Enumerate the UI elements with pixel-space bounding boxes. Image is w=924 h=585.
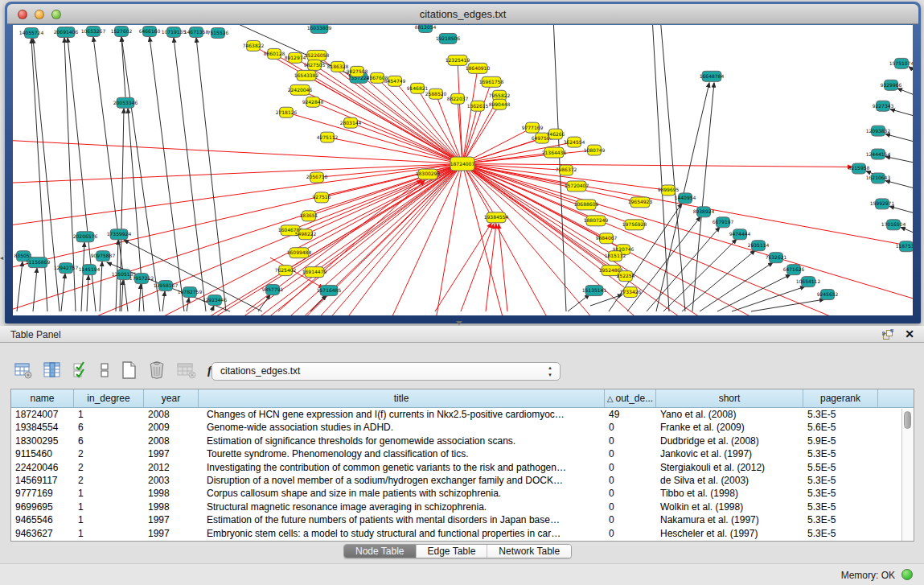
- graph-node[interactable]: 1080749: [584, 145, 606, 155]
- graph-node[interactable]: 15226058: [305, 50, 330, 60]
- graph-node[interactable]: 9899695: [658, 185, 680, 196]
- split-pane-handle[interactable]: [456, 321, 462, 325]
- column-header-short[interactable]: short: [656, 389, 803, 408]
- table-row[interactable]: 911546021997Tourette syndrome. Phenomeno…: [11, 447, 914, 460]
- graph-node[interactable]: 4275112: [317, 132, 339, 142]
- graph-node[interactable]: 8454749: [384, 76, 406, 86]
- graph-node[interactable]: 8186328: [327, 61, 349, 72]
- graph-node[interactable]: 7515526: [207, 27, 229, 38]
- graph-node[interactable]: 16210643: [866, 173, 891, 183]
- close-panel-icon[interactable]: ✕: [905, 328, 914, 340]
- row-checks-icon[interactable]: [72, 361, 88, 379]
- graph-node[interactable]: 15135141: [582, 286, 607, 296]
- tab-edge-table[interactable]: Edge Table: [417, 545, 488, 558]
- graph-node[interactable]: 1527602: [111, 26, 133, 36]
- graph-node[interactable]: 19384554: [484, 212, 509, 223]
- graph-node[interactable]: 90975887: [91, 251, 116, 262]
- graph-node[interactable]: 10654112: [796, 277, 821, 287]
- graph-node[interactable]: 11156869: [26, 257, 51, 268]
- graph-node[interactable]: 9242848: [302, 97, 324, 107]
- graph-node[interactable]: 17957222: [129, 274, 154, 284]
- graph-node[interactable]: 12942757: [54, 263, 79, 274]
- graph-node[interactable]: 9245652: [817, 290, 839, 300]
- select-column-icon[interactable]: [43, 361, 61, 379]
- table-row[interactable]: 1830029562008Estimation of significance …: [11, 435, 914, 447]
- graph-node[interactable]: 1440954: [675, 193, 696, 204]
- graph-node[interactable]: 2056710: [306, 172, 328, 183]
- table-row[interactable]: 2242004622012Investigating the contribut…: [11, 461, 914, 474]
- graph-node[interactable]: 8990448: [489, 99, 511, 109]
- graph-node[interactable]: 6471626: [783, 265, 805, 275]
- network-window-titlebar[interactable]: citations_edges.txt: [7, 4, 918, 24]
- tab-node-table[interactable]: Node Table: [344, 545, 417, 558]
- graph-node[interactable]: 1187533: [896, 241, 913, 252]
- graph-node[interactable]: 252254: [617, 271, 635, 282]
- table-row[interactable]: 946362711997Embryonic stem cells: a mode…: [11, 527, 914, 540]
- graph-node[interactable]: 746266: [547, 129, 565, 139]
- delete-icon[interactable]: [148, 360, 166, 380]
- graph-node[interactable]: 16782759: [178, 287, 203, 298]
- graph-node[interactable]: 20206576: [73, 232, 98, 242]
- graph-node[interactable]: 18300295: [416, 169, 441, 179]
- graph-node[interactable]: 16914479: [302, 267, 327, 278]
- graph-node[interactable]: 15992971: [870, 199, 895, 209]
- graph-node[interactable]: 8938924: [693, 207, 715, 217]
- column-header-pagerank[interactable]: pagerank: [803, 389, 878, 408]
- float-panel-icon[interactable]: [882, 329, 893, 340]
- graph-node[interactable]: 12923446: [203, 295, 228, 306]
- graph-node[interactable]: 19218506: [436, 33, 461, 43]
- graph-node[interactable]: 927516: [313, 192, 331, 203]
- graph-node[interactable]: 18640910: [466, 63, 491, 73]
- graph-node[interactable]: 6466160: [139, 26, 161, 36]
- graph-node[interactable]: 15716485: [317, 286, 342, 296]
- graph-node[interactable]: 2588520: [425, 89, 447, 99]
- column-header-out_de[interactable]: △out_de...: [605, 389, 656, 408]
- scrollbar-thumb[interactable]: [904, 411, 911, 429]
- table-row[interactable]: 1872400712008Changes of HCN gene express…: [11, 408, 914, 421]
- table-settings-icon[interactable]: [14, 361, 32, 379]
- graph-node[interactable]: 18807249: [584, 216, 609, 226]
- table-source-select[interactable]: citations_edges.txt ▲▼: [211, 362, 561, 381]
- graph-node[interactable]: 7625402: [275, 266, 297, 276]
- graph-node[interactable]: 16961758: [479, 76, 504, 87]
- graph-node[interactable]: 183651: [300, 211, 318, 221]
- graph-node[interactable]: 7986372: [556, 165, 577, 175]
- table-row[interactable]: 1938455462009Genome-wide association stu…: [11, 421, 914, 434]
- column-header-title[interactable]: title: [199, 389, 605, 408]
- table-vertical-scrollbar[interactable]: [901, 409, 914, 541]
- graph-node[interactable]: 22420046: [288, 84, 313, 95]
- graph-node[interactable]: 19654923: [628, 197, 653, 208]
- graph-node[interactable]: 8215958: [848, 163, 870, 174]
- graph-node[interactable]: 1145194: [79, 265, 101, 275]
- column-header-name[interactable]: name: [11, 389, 74, 408]
- graph-node[interactable]: 16099484: [287, 248, 312, 258]
- graph-node[interactable]: 9827505: [304, 60, 326, 70]
- graph-node[interactable]: 6679197: [713, 217, 734, 228]
- sidebar-collapse-arrow-icon[interactable]: ◂: [0, 254, 3, 262]
- graph-node[interactable]: 1815112: [605, 251, 626, 262]
- graph-node[interactable]: 2803144: [340, 117, 362, 128]
- graph-node[interactable]: 16543382: [294, 70, 319, 80]
- graph-node[interactable]: 10653267: [81, 26, 106, 36]
- table-row[interactable]: 946554611997Estimation of the future num…: [11, 513, 914, 526]
- graph-node[interactable]: 8860128: [264, 48, 285, 59]
- table-row[interactable]: 969969511998Structural magnetic resonanc…: [11, 501, 914, 513]
- new-file-icon[interactable]: [121, 360, 137, 380]
- rows-icon[interactable]: [100, 361, 109, 379]
- graph-node[interactable]: 15720407: [565, 181, 589, 192]
- graph-node[interactable]: 3624554: [564, 137, 585, 147]
- graph-node[interactable]: 5498222: [295, 229, 317, 240]
- table-row[interactable]: 1456911722003Disruption of a novel membe…: [11, 474, 914, 487]
- graph-node[interactable]: 1362615: [467, 101, 489, 111]
- column-header-in_degree[interactable]: in_degree: [74, 389, 144, 408]
- graph-node[interactable]: 14671358: [184, 27, 209, 37]
- graph-node[interactable]: 19756928: [622, 220, 647, 230]
- graph-node[interactable]: 10688609: [574, 200, 599, 210]
- graph-node[interactable]: 20053346: [113, 97, 138, 108]
- tab-network-table[interactable]: Network Table: [487, 545, 571, 558]
- graph-node[interactable]: 10719135: [162, 27, 187, 37]
- graph-node[interactable]: 16033809: [307, 25, 332, 33]
- graph-node[interactable]: 2935114: [748, 241, 770, 251]
- graph-node[interactable]: 18724007: [450, 157, 475, 171]
- graph-node[interactable]: 7632621: [766, 253, 787, 263]
